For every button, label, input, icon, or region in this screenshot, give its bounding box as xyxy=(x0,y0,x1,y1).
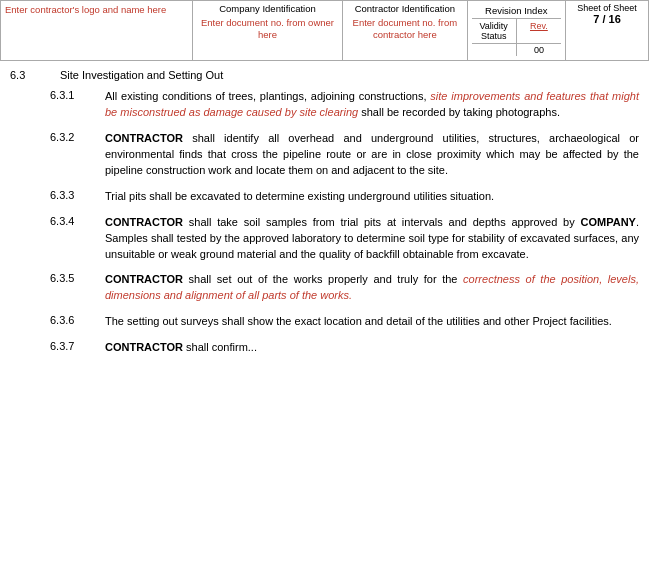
contractor-label-6-3-7: CONTRACTOR xyxy=(105,341,183,353)
content-area: 6.3 Site Investigation and Setting Out 6… xyxy=(0,61,649,356)
company-id-cell: Company Identification Enter document no… xyxy=(192,1,342,61)
subsection-6-3-5: 6.3.5 CONTRACTOR shall set out of the wo… xyxy=(10,272,639,304)
contractor-id-title: Contractor Identification xyxy=(347,3,462,14)
sub-text-6-3-1: All existing conditions of trees, planti… xyxy=(105,89,639,121)
contractor-id-value: Enter document no. from contractor here xyxy=(353,17,458,40)
contractor-label-6-3-2: CONTRACTOR xyxy=(105,132,183,144)
section-number: 6.3 xyxy=(10,69,60,81)
rev-label: Rev. xyxy=(530,21,548,31)
sub-text-6-3-6: The setting out surveys shall show the e… xyxy=(105,314,612,330)
sheet-cell: Sheet of Sheet 7 / 16 xyxy=(566,1,649,61)
sub-num-6-3-7: 6.3.7 xyxy=(50,340,105,352)
sub-num-6-3-5: 6.3.5 xyxy=(50,272,105,284)
section-heading: 6.3 Site Investigation and Setting Out xyxy=(10,69,639,81)
sub-num-6-3-4: 6.3.4 xyxy=(50,215,105,227)
subsection-6-3-2: 6.3.2 CONTRACTOR shall identify all over… xyxy=(10,131,639,179)
emphasis-improvements: site improvements and features that migh… xyxy=(105,90,639,118)
sheet-title: Sheet of Sheet xyxy=(570,3,644,13)
sub-num-6-3-1: 6.3.1 xyxy=(50,89,105,101)
contractor-label-6-3-4: CONTRACTOR xyxy=(105,216,183,228)
validity-label: Validity Status xyxy=(479,21,507,41)
contractor-label-6-3-5: CONTRACTOR xyxy=(105,273,183,285)
emphasis-correctness: correctness of the position, levels, dim… xyxy=(105,273,639,301)
rev-00-row: 00 xyxy=(472,43,561,56)
rev-cell: Rev. xyxy=(517,19,561,43)
sub-num-6-3-3: 6.3.3 xyxy=(50,189,105,201)
sub-text-6-3-4: CONTRACTOR shall take soil samples from … xyxy=(105,215,639,263)
company-label-6-3-4: COMPANY xyxy=(581,216,636,228)
contractor-id-cell: Contractor Identification Enter document… xyxy=(343,1,467,61)
subsection-6-3-1: 6.3.1 All existing conditions of trees, … xyxy=(10,89,639,121)
revision-cell: Revision Index Validity Status Rev. 00 xyxy=(467,1,565,61)
sub-num-6-3-6: 6.3.6 xyxy=(50,314,105,326)
rev-00-value: 00 xyxy=(517,44,561,56)
section-title: Site Investigation and Setting Out xyxy=(60,69,223,81)
company-id-title: Company Identification xyxy=(197,3,338,14)
header-table: Enter contractor's logo and name here Co… xyxy=(0,0,649,61)
sub-text-6-3-2: CONTRACTOR shall identify all overhead a… xyxy=(105,131,639,179)
subsection-6-3-6: 6.3.6 The setting out surveys shall show… xyxy=(10,314,639,330)
sub-text-6-3-5: CONTRACTOR shall set out of the works pr… xyxy=(105,272,639,304)
subsection-6-3-7: 6.3.7 CONTRACTOR shall confirm... xyxy=(10,340,639,356)
rev-00-validity xyxy=(472,44,517,56)
sub-text-6-3-7: CONTRACTOR shall confirm... xyxy=(105,340,257,356)
logo-text: Enter contractor's logo and name here xyxy=(5,4,166,15)
logo-cell: Enter contractor's logo and name here xyxy=(1,1,193,61)
sub-num-6-3-2: 6.3.2 xyxy=(50,131,105,143)
validity-cell: Validity Status xyxy=(472,19,517,43)
subsection-6-3-3: 6.3.3 Trial pits shall be excavated to d… xyxy=(10,189,639,205)
sub-text-6-3-3: Trial pits shall be excavated to determi… xyxy=(105,189,494,205)
revision-inner: Validity Status Rev. xyxy=(472,19,561,43)
sheet-value: 7 / 16 xyxy=(593,13,621,25)
revision-title: Revision Index xyxy=(472,3,561,19)
subsection-6-3-4: 6.3.4 CONTRACTOR shall take soil samples… xyxy=(10,215,639,263)
company-id-value: Enter document no. from owner here xyxy=(201,17,334,40)
